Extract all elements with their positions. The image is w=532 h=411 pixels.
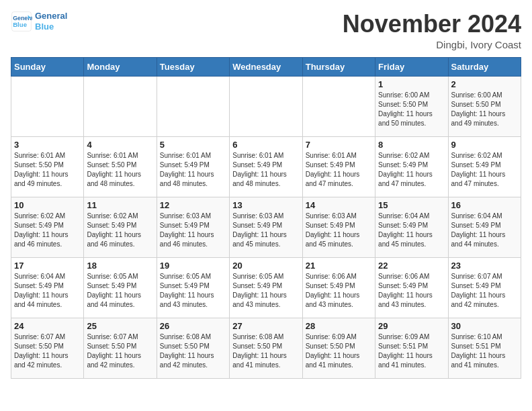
day-cell: 11Sunrise: 6:02 AMSunset: 5:49 PMDayligh… (84, 197, 157, 257)
day-detail: Sunrise: 6:07 AMSunset: 5:50 PMDaylight:… (14, 332, 81, 370)
week-row-3: 10Sunrise: 6:02 AMSunset: 5:49 PMDayligh… (11, 197, 521, 257)
day-cell: 30Sunrise: 6:10 AMSunset: 5:51 PMDayligh… (448, 318, 521, 378)
day-detail: Sunrise: 6:02 AMSunset: 5:49 PMDaylight:… (378, 151, 445, 189)
month-title: November 2024 (343, 11, 521, 38)
day-detail: Sunrise: 6:05 AMSunset: 5:49 PMDaylight:… (232, 272, 299, 310)
day-detail: Sunrise: 6:03 AMSunset: 5:49 PMDaylight:… (306, 212, 372, 249)
day-cell (11, 76, 84, 136)
col-header-friday: Friday (375, 57, 448, 76)
day-detail: Sunrise: 6:04 AMSunset: 5:49 PMDaylight:… (378, 212, 445, 249)
day-cell (157, 76, 229, 136)
day-number: 23 (451, 261, 518, 271)
day-detail: Sunrise: 6:04 AMSunset: 5:49 PMDaylight:… (14, 272, 81, 310)
day-detail: Sunrise: 6:07 AMSunset: 5:50 PMDaylight:… (87, 332, 153, 370)
day-detail: Sunrise: 6:09 AMSunset: 5:50 PMDaylight:… (306, 332, 372, 370)
col-header-wednesday: Wednesday (230, 57, 302, 76)
day-detail: Sunrise: 6:01 AMSunset: 5:49 PMDaylight:… (232, 151, 299, 189)
day-number: 12 (160, 200, 226, 210)
day-detail: Sunrise: 6:06 AMSunset: 5:49 PMDaylight:… (306, 272, 372, 310)
day-number: 5 (160, 140, 226, 150)
day-number: 29 (378, 321, 445, 331)
day-number: 1 (378, 79, 445, 89)
day-cell: 13Sunrise: 6:03 AMSunset: 5:49 PMDayligh… (230, 197, 302, 257)
day-cell: 8Sunrise: 6:02 AMSunset: 5:49 PMDaylight… (375, 136, 448, 197)
day-cell: 27Sunrise: 6:08 AMSunset: 5:50 PMDayligh… (230, 318, 302, 378)
day-cell: 1Sunrise: 6:00 AMSunset: 5:50 PMDaylight… (375, 76, 448, 136)
day-detail: Sunrise: 6:01 AMSunset: 5:49 PMDaylight:… (306, 151, 372, 189)
day-number: 24 (14, 321, 81, 331)
day-cell: 7Sunrise: 6:01 AMSunset: 5:49 PMDaylight… (302, 136, 375, 197)
day-cell (302, 76, 375, 136)
day-number: 21 (306, 261, 372, 271)
day-detail: Sunrise: 6:01 AMSunset: 5:50 PMDaylight:… (87, 151, 153, 189)
day-detail: Sunrise: 6:05 AMSunset: 5:49 PMDaylight:… (87, 272, 153, 310)
day-number: 25 (87, 321, 153, 331)
day-detail: Sunrise: 6:10 AMSunset: 5:51 PMDaylight:… (451, 332, 518, 370)
day-detail: Sunrise: 6:07 AMSunset: 5:49 PMDaylight:… (451, 272, 518, 310)
calendar-header-row: SundayMondayTuesdayWednesdayThursdayFrid… (11, 57, 521, 76)
day-number: 16 (451, 200, 518, 210)
day-detail: Sunrise: 6:01 AMSunset: 5:50 PMDaylight:… (14, 151, 81, 189)
day-number: 28 (306, 321, 372, 331)
day-cell: 14Sunrise: 6:03 AMSunset: 5:49 PMDayligh… (302, 197, 375, 257)
location: Dingbi, Ivory Coast (343, 39, 521, 50)
day-detail: Sunrise: 6:08 AMSunset: 5:50 PMDaylight:… (160, 332, 226, 370)
day-cell: 12Sunrise: 6:03 AMSunset: 5:49 PMDayligh… (157, 197, 229, 257)
day-number: 8 (378, 140, 445, 150)
calendar-table: SundayMondayTuesdayWednesdayThursdayFrid… (11, 57, 521, 379)
day-cell: 9Sunrise: 6:02 AMSunset: 5:49 PMDaylight… (448, 136, 521, 197)
day-number: 11 (87, 200, 153, 210)
day-cell: 21Sunrise: 6:06 AMSunset: 5:49 PMDayligh… (302, 257, 375, 318)
day-cell: 3Sunrise: 6:01 AMSunset: 5:50 PMDaylight… (11, 136, 84, 197)
day-cell: 19Sunrise: 6:05 AMSunset: 5:49 PMDayligh… (157, 257, 229, 318)
day-cell: 4Sunrise: 6:01 AMSunset: 5:50 PMDaylight… (84, 136, 157, 197)
day-number: 26 (160, 321, 226, 331)
col-header-sunday: Sunday (11, 57, 84, 76)
day-cell: 29Sunrise: 6:09 AMSunset: 5:51 PMDayligh… (375, 318, 448, 378)
week-row-1: 1Sunrise: 6:00 AMSunset: 5:50 PMDaylight… (11, 76, 521, 136)
day-detail: Sunrise: 6:00 AMSunset: 5:50 PMDaylight:… (378, 91, 445, 128)
day-cell: 18Sunrise: 6:05 AMSunset: 5:49 PMDayligh… (84, 257, 157, 318)
day-number: 10 (14, 200, 81, 210)
day-number: 7 (306, 140, 372, 150)
day-number: 15 (378, 200, 445, 210)
day-number: 14 (306, 200, 372, 210)
day-number: 2 (451, 79, 518, 89)
day-detail: Sunrise: 6:04 AMSunset: 5:49 PMDaylight:… (451, 212, 518, 249)
col-header-tuesday: Tuesday (157, 57, 229, 76)
day-number: 6 (232, 140, 299, 150)
day-detail: Sunrise: 6:01 AMSunset: 5:49 PMDaylight:… (160, 151, 226, 189)
day-number: 30 (451, 321, 518, 331)
header: General Blue General Blue November 2024 … (11, 11, 521, 50)
day-cell: 16Sunrise: 6:04 AMSunset: 5:49 PMDayligh… (448, 197, 521, 257)
day-detail: Sunrise: 6:02 AMSunset: 5:49 PMDaylight:… (87, 212, 153, 249)
day-number: 4 (87, 140, 153, 150)
day-detail: Sunrise: 6:09 AMSunset: 5:51 PMDaylight:… (378, 332, 445, 370)
day-cell: 25Sunrise: 6:07 AMSunset: 5:50 PMDayligh… (84, 318, 157, 378)
header-right: November 2024 Dingbi, Ivory Coast (343, 11, 521, 50)
day-detail: Sunrise: 6:02 AMSunset: 5:49 PMDaylight:… (451, 151, 518, 189)
day-number: 13 (232, 200, 299, 210)
day-number: 17 (14, 261, 81, 271)
day-cell: 2Sunrise: 6:00 AMSunset: 5:50 PMDaylight… (448, 76, 521, 136)
day-detail: Sunrise: 6:02 AMSunset: 5:49 PMDaylight:… (14, 212, 81, 249)
day-number: 27 (232, 321, 299, 331)
day-cell: 15Sunrise: 6:04 AMSunset: 5:49 PMDayligh… (375, 197, 448, 257)
day-cell: 10Sunrise: 6:02 AMSunset: 5:49 PMDayligh… (11, 197, 84, 257)
day-cell (230, 76, 302, 136)
week-row-5: 24Sunrise: 6:07 AMSunset: 5:50 PMDayligh… (11, 318, 521, 378)
week-row-2: 3Sunrise: 6:01 AMSunset: 5:50 PMDaylight… (11, 136, 521, 197)
day-cell: 17Sunrise: 6:04 AMSunset: 5:49 PMDayligh… (11, 257, 84, 318)
logo: General Blue General Blue (11, 11, 67, 32)
day-detail: Sunrise: 6:05 AMSunset: 5:49 PMDaylight:… (160, 272, 226, 310)
day-detail: Sunrise: 6:03 AMSunset: 5:49 PMDaylight:… (160, 212, 226, 249)
day-detail: Sunrise: 6:06 AMSunset: 5:49 PMDaylight:… (378, 272, 445, 310)
day-cell: 24Sunrise: 6:07 AMSunset: 5:50 PMDayligh… (11, 318, 84, 378)
day-cell: 5Sunrise: 6:01 AMSunset: 5:49 PMDaylight… (157, 136, 229, 197)
page: General Blue General Blue November 2024 … (0, 0, 532, 385)
day-cell: 6Sunrise: 6:01 AMSunset: 5:49 PMDaylight… (230, 136, 302, 197)
logo-blue: Blue (35, 21, 67, 32)
col-header-monday: Monday (84, 57, 157, 76)
day-detail: Sunrise: 6:03 AMSunset: 5:49 PMDaylight:… (232, 212, 299, 249)
week-row-4: 17Sunrise: 6:04 AMSunset: 5:49 PMDayligh… (11, 257, 521, 318)
